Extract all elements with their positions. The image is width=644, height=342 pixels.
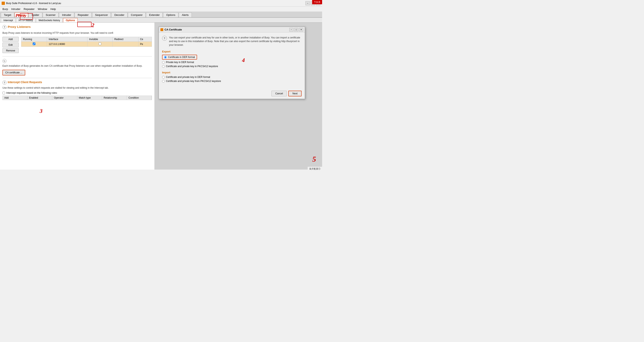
intercept-desc: Use these settings to control which requ… [2,86,152,90]
proxy-listeners-help-icon[interactable]: ? [2,25,6,29]
import-section: Import Certificate and private key in DE… [162,71,302,82]
main-tabs: Target Proxy Spider Scanner Intruder Rep… [0,12,322,18]
menu-window[interactable]: Window [36,7,49,11]
tab-repeater[interactable]: Repeater [75,12,92,17]
cell-redirect [113,42,138,46]
edit-button[interactable]: Edit [2,42,19,48]
dialog-minimize[interactable]: − [289,28,294,32]
radio-key-der-label: Private key in DER format [166,61,194,64]
proxy-listeners-desc: Burp Proxy uses listeners to receive inc… [2,31,152,35]
window-titlebar: Burp Suite Professional v1.6 - licensed … [0,0,322,6]
radio-import-pkcs12: Certificate and private key from PKCS#12… [162,80,302,82]
ca-certificate-button[interactable]: CA certificate ... [2,70,25,76]
cell-invisible [88,42,113,46]
dialog-titlebar: CA Certificate − □ ✕ [159,27,305,32]
menu-intruder[interactable]: Intruder [10,7,22,11]
ca-cert-desc: Each installation of Burp generates its … [2,64,152,68]
refresh-icon[interactable]: ↻ [2,59,6,63]
running-checkbox[interactable] [33,42,36,45]
cell-running [21,42,47,46]
tab-spider[interactable]: Spider [28,12,42,17]
dialog-close[interactable]: ✕ [299,28,303,32]
listener-buttons: Add Edit Remove [2,37,19,54]
proxy-table: Running Interface Invisible Redirect Ce [21,37,152,47]
radio-cert-der-input[interactable] [164,56,167,58]
radio-import-pkcs12-input[interactable] [162,80,165,82]
radio-import-der-label: Certificate and private key in DER forma… [166,76,210,78]
intercept-checkbox-label: Intercept requests based on the followin… [6,92,57,94]
radio-cert-der-bordered: Certificate in DER format [162,55,197,60]
sub-tabs: Intercept HTTP history WebSockets histor… [0,18,322,22]
col-redirect: Redirect [113,37,138,42]
radio-import-pkcs12-label: Certificate and private key from PKCS#12… [166,80,221,82]
col-condition: Condition [127,96,152,100]
ca-certificate-dialog: CA Certificate − □ ✕ ? You can export yo… [158,27,305,99]
col-enabled: Enabled [28,96,52,100]
tab-proxy[interactable]: Proxy [15,12,28,17]
radio-import-der-input[interactable] [162,76,165,78]
tab-scanner[interactable]: Scanner [43,12,58,17]
cell-ce: Pe [138,42,152,46]
dialog-content: ? You can export your certificate and ke… [159,32,305,89]
export-section: Export Certificate in DER format Private… [162,50,302,68]
cancel-button[interactable]: Cancel [272,91,287,96]
tab-intruder[interactable]: Intruder [59,12,74,17]
tab-target[interactable]: Target [1,12,14,17]
minimize-button[interactable]: − [306,1,310,5]
action-area: Add Edit Remove Running Interface Invisi… [2,37,152,54]
radio-cert-pkcs12-input[interactable] [162,65,165,68]
radio-key-der: Private key in DER format [162,61,302,64]
tab-sequencer[interactable]: Sequencer [92,12,111,17]
radio-import-der: Certificate and private key in DER forma… [162,76,302,78]
subtab-intercept[interactable]: Intercept [1,18,16,22]
dialog-maximize[interactable]: □ [294,28,298,32]
listener-table-wrapper: Running Interface Invisible Redirect Ce [21,37,152,54]
menu-repeater[interactable]: Repeater [22,7,36,11]
dialog-help-icon[interactable]: ? [162,36,167,41]
remove-button[interactable]: Remove [2,48,19,53]
invisible-checkbox[interactable] [98,42,101,45]
cell-interface: 127.0.0.1:8080 [47,42,88,46]
app-icon [2,2,5,5]
table-row[interactable]: 127.0.0.1:8080 Pe [21,42,152,46]
intercept-checkbox[interactable] [2,92,5,94]
col-match-type: Match type [77,96,102,100]
radio-key-der-input[interactable] [162,61,165,64]
bottom-right-text: 装开配置① [308,166,322,171]
subtab-options[interactable]: Options [63,18,78,22]
tab-extender[interactable]: Extender [146,12,163,17]
annotation-5: 5 [312,155,316,164]
next-button[interactable]: Next [288,91,302,96]
dialog-title: CA Certificate [160,28,182,31]
ca-cert-section: CA certificate ... [2,70,152,76]
dialog-controls[interactable]: − □ ✕ [289,28,303,32]
subtab-websockets-history[interactable]: WebSockets history [36,18,63,22]
radio-cert-der-label: Certificate in DER format [168,56,195,58]
top-right-banner: 卞伙夯 [312,0,322,4]
intercept-help-icon[interactable]: ? [2,80,6,84]
window-title: Burp Suite Professional v1.6 - licensed … [2,2,61,5]
menu-help[interactable]: Help [49,7,58,11]
menu-burp[interactable]: Burp [1,7,10,11]
add-button[interactable]: Add [2,37,19,42]
export-label: Export [162,50,302,53]
dialog-info: ? You can export your certificate and ke… [162,36,302,47]
col-operator: Operator [52,96,77,100]
content-area: ? Proxy Listeners Burp Proxy uses listen… [0,22,322,170]
intercept-table-header: Add Enabled Operator Match type Relation… [2,96,152,100]
tab-decoder[interactable]: Decoder [111,12,127,17]
dialog-title-text: CA Certificate [164,28,182,31]
tab-alerts[interactable]: Alerts [179,12,192,17]
radio-cert-der: Certificate in DER format [162,55,302,60]
subtab-http-history[interactable]: HTTP history [16,18,36,22]
tab-options[interactable]: Options [163,12,178,17]
col-ce: Ce [138,37,152,42]
tab-comparer[interactable]: Comparer [128,12,146,17]
col-invisible: Invisible [88,37,113,42]
col-running: Running [21,37,47,42]
window-title-text: Burp Suite Professional v1.6 - licensed … [6,2,61,5]
radio-cert-key-pkcs12: Certificate and private key in PKCS#12 k… [162,65,302,68]
col-relationship: Relationship [102,96,127,100]
dialog-info-text: You can export your certificate and key … [169,36,302,47]
import-label: Import [162,71,302,74]
